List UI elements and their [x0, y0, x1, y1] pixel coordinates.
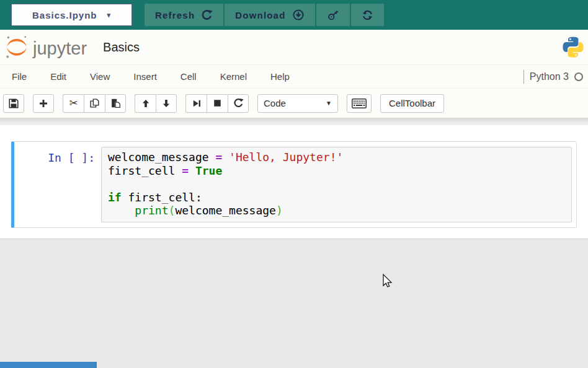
paste-cell-button[interactable] — [105, 94, 126, 113]
mouse-cursor — [380, 273, 394, 290]
menu-items: File Edit View Insert Cell Kernel Help — [0, 65, 301, 88]
move-button-group — [135, 94, 177, 113]
download-button[interactable]: Download — [225, 4, 314, 26]
refresh-button-label: Refresh — [155, 10, 195, 20]
cell-type-select[interactable]: Code ▼ — [257, 94, 338, 113]
add-cell-button[interactable] — [33, 94, 54, 113]
move-cell-up-button[interactable] — [135, 94, 156, 113]
demo-topbar: Basics.Ipynb ▾ Refresh Download — [0, 0, 588, 30]
celltoolbar-button[interactable]: CellToolbar — [380, 94, 444, 113]
notebook-toolbar: ✂ — [0, 89, 588, 118]
menu-help[interactable]: Help — [259, 65, 301, 88]
arrow-down-icon — [161, 99, 171, 108]
menu-cell[interactable]: Cell — [169, 65, 208, 88]
notebook-file-name: Basics.Ipynb — [32, 10, 97, 20]
menubar: File Edit View Insert Cell Kernel Help P… — [0, 65, 588, 89]
scissors-icon: ✂ — [69, 98, 78, 108]
code-cell[interactable]: In [ ]: welcome_message = 'Hello, Jupyte… — [11, 141, 577, 228]
kernel-indicator: Python 3 — [523, 70, 588, 84]
menu-insert[interactable]: Insert — [122, 65, 169, 88]
menubar-divider — [523, 70, 524, 84]
notebook-file-selector[interactable]: Basics.Ipynb ▾ — [11, 4, 132, 26]
interrupt-kernel-button[interactable] — [207, 94, 228, 113]
save-button[interactable] — [3, 94, 24, 113]
run-cell-button[interactable] — [185, 94, 207, 113]
copy-icon — [89, 98, 100, 108]
arrow-up-icon — [141, 99, 151, 108]
cut-cell-button[interactable]: ✂ — [63, 94, 84, 113]
stop-icon — [213, 99, 222, 108]
menu-kernel[interactable]: Kernel — [208, 65, 259, 88]
chevron-down-icon: ▾ — [107, 12, 112, 19]
python-logo-icon — [561, 35, 585, 59]
sync-icon — [362, 9, 373, 21]
celltoolbar-label: CellToolbar — [389, 98, 435, 108]
kernel-name: Python 3 — [530, 71, 569, 82]
kernel-idle-icon — [574, 72, 583, 81]
refresh-icon — [201, 9, 213, 21]
download-icon — [292, 9, 305, 21]
key-link-icon — [327, 9, 339, 21]
run-icon — [192, 99, 202, 108]
page-background — [0, 239, 588, 368]
code-line — [108, 177, 565, 191]
notebook-header: jupyter Basics — [0, 30, 588, 65]
menu-file[interactable]: File — [0, 65, 38, 88]
code-line: print(welcome_message) — [108, 204, 565, 217]
jupyter-logo-icon — [5, 35, 29, 59]
restart-icon — [233, 98, 244, 108]
move-cell-down-button[interactable] — [156, 94, 177, 113]
demo-topbar-buttons: Refresh Download — [145, 4, 384, 26]
menu-edit[interactable]: Edit — [38, 65, 78, 88]
cell-code-editor[interactable]: welcome_message = 'Hello, Jupyter!'first… — [101, 147, 572, 222]
jupyter-logo[interactable]: jupyter — [5, 35, 87, 59]
code-line: first_cell = True — [108, 164, 565, 178]
gif-progress-bar — [0, 362, 97, 368]
notebook-title[interactable]: Basics — [103, 40, 140, 55]
menu-view[interactable]: View — [78, 65, 122, 88]
sync-button[interactable] — [351, 4, 384, 26]
command-palette-button[interactable] — [347, 94, 372, 113]
jupyter-notebook-screen: Basics.Ipynb ▾ Refresh Download — [0, 0, 588, 368]
run-button-group — [185, 94, 249, 113]
refresh-button[interactable]: Refresh — [145, 4, 223, 26]
cell-input-prompt: In [ ]: — [19, 147, 101, 222]
plus-icon — [38, 99, 48, 108]
floppy-icon — [8, 98, 19, 109]
cell-type-value: Code — [264, 98, 286, 108]
restart-kernel-button[interactable] — [228, 94, 249, 113]
copy-cell-button[interactable] — [84, 94, 105, 113]
code-line: if first_cell: — [108, 191, 565, 204]
edit-button-group: ✂ — [63, 94, 126, 113]
notebook-container: In [ ]: welcome_message = 'Hello, Jupyte… — [0, 125, 588, 239]
paste-icon — [110, 98, 121, 108]
jupyter-wordmark: jupyter — [33, 40, 87, 58]
select-caret-icon: ▼ — [326, 100, 332, 107]
header-shadow — [0, 118, 588, 125]
keyboard-icon — [352, 99, 367, 108]
download-button-label: Download — [235, 10, 285, 20]
code-line: welcome_message = 'Hello, Jupyter!' — [108, 151, 565, 164]
share-link-button[interactable] — [316, 4, 350, 26]
